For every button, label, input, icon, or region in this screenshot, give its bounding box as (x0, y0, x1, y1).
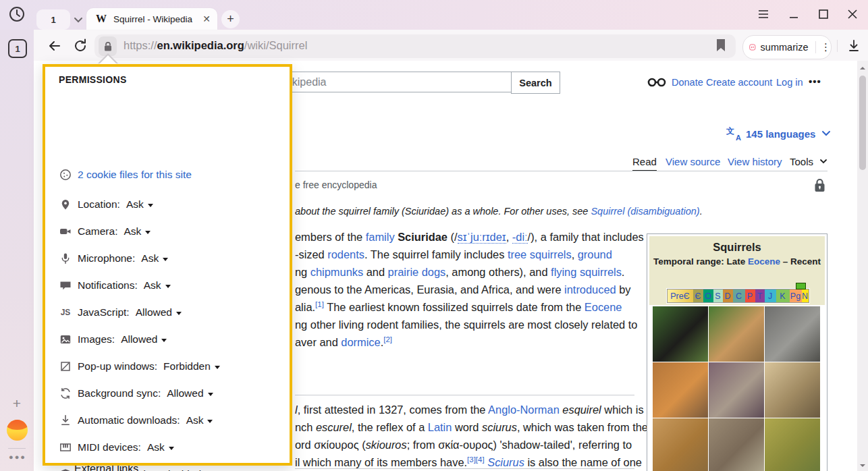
languages-label: 145 languages (746, 128, 815, 140)
history-clock-icon[interactable] (8, 5, 26, 23)
minimize-icon[interactable] (786, 7, 801, 22)
permission-value-dropdown[interactable]: Ask (186, 414, 213, 426)
tab-view-history[interactable]: View history (728, 156, 782, 167)
timescale-period-Є[interactable]: Є (693, 289, 703, 302)
wiki-link[interactable]: dormice (341, 336, 380, 348)
downloads-toolbar-icon[interactable] (846, 38, 861, 53)
text: esquirel (562, 404, 601, 416)
timescale-period-K[interactable]: K (776, 289, 790, 302)
summarize-menu-icon[interactable]: ⋮ (821, 44, 831, 51)
timescale-period-C[interactable]: C (733, 289, 745, 302)
timescale-period-T[interactable]: T (755, 289, 765, 302)
wiki-link[interactable]: Eocene (748, 256, 780, 267)
tab-list-chevron-icon[interactable] (72, 13, 85, 26)
timescale-period-S[interactable]: S (713, 289, 723, 302)
wiki-link[interactable]: introduced (564, 283, 616, 296)
wiki-more-menu-icon[interactable]: ••• (809, 76, 821, 87)
wiki-link[interactable]: flying squirrels (551, 266, 622, 278)
tab-view-source[interactable]: View source (666, 156, 720, 167)
close-window-icon[interactable] (845, 7, 860, 22)
permission-value-dropdown[interactable]: Disabled (161, 468, 211, 471)
url-text[interactable]: https://en.wikipedia.org/wiki/Squirrel (124, 39, 307, 52)
ipa-link[interactable]: -diː (512, 231, 528, 244)
sidebar-add-icon[interactable]: + (9, 395, 25, 412)
wiki-link[interactable]: Latin (428, 421, 452, 433)
wiki-link[interactable]: tree squirrels (508, 248, 572, 260)
permission-value-dropdown[interactable]: Allowed (121, 333, 167, 345)
cookie-files-link[interactable]: 2 cookie files for this site (78, 169, 192, 181)
text: , first attested in 1327, comes from the (298, 404, 488, 416)
scroll-down-icon[interactable] (860, 463, 865, 468)
permission-row: Automatic downloads:Ask (59, 412, 281, 428)
permission-value-dropdown[interactable]: Ask (147, 441, 174, 453)
donate-link[interactable]: Donate (672, 77, 703, 88)
maximize-icon[interactable] (816, 7, 831, 22)
text: ord σκίουρος ( (295, 439, 366, 451)
timescale-period-D[interactable]: D (723, 289, 733, 302)
wiki-link[interactable]: ground (578, 248, 612, 260)
permission-value-dropdown[interactable]: Forbidden (163, 360, 220, 372)
wiki-link[interactable]: chipmunks (310, 266, 363, 278)
squirrel-photo (709, 362, 764, 418)
reload-icon[interactable] (72, 37, 89, 55)
timescale-period-P[interactable]: P (745, 289, 755, 302)
ipa-link[interactable]: sɪˈjuːrɪdeɪ (458, 231, 506, 244)
tab-read[interactable]: Read (632, 156, 657, 171)
yandex-mail-icon[interactable] (7, 420, 28, 441)
permission-value-dropdown[interactable]: Allowed (167, 387, 213, 399)
tab-group-counter[interactable]: 1 (36, 9, 70, 30)
tab-close-icon[interactable]: ✕ (202, 13, 211, 24)
text: genous to the Americas, Eurasia, and Afr… (295, 283, 564, 296)
tab-tools[interactable]: Tools (790, 156, 828, 167)
text: . The squirrel family includes (364, 248, 508, 260)
reference-link[interactable]: [2] (383, 335, 392, 343)
summarize-button[interactable]: summarize ⋮ (742, 35, 832, 59)
permission-value-dropdown[interactable]: Ask (126, 198, 153, 211)
timescale-period-J[interactable]: J (765, 289, 776, 302)
login-link[interactable]: Log in (776, 77, 803, 88)
languages-button[interactable]: 文A 145 languages (726, 127, 832, 140)
scroll-up-icon[interactable] (860, 65, 865, 71)
wiki-link[interactable]: Anglo-Norman (488, 404, 560, 416)
wiki-link[interactable]: Eocene (585, 301, 622, 313)
wiki-search-button[interactable]: Search (511, 72, 560, 94)
wiki-link[interactable]: Sciurus (487, 456, 524, 468)
create-account-link[interactable]: Create account (706, 77, 772, 88)
images-icon (59, 333, 72, 346)
permission-label: Background sync: (78, 387, 161, 399)
geologic-timescale-bar[interactable]: PreЄЄOSDCPTJKPgN (667, 289, 809, 303)
appearance-glasses-icon[interactable] (647, 77, 666, 88)
permission-value-dropdown[interactable]: Ask (124, 225, 151, 238)
wiki-link[interactable]: rodents (327, 248, 364, 260)
wiki-link[interactable]: family (366, 231, 395, 243)
reference-link[interactable]: [1] (315, 300, 324, 308)
dropdown-caret-icon (161, 339, 167, 342)
wiki-link[interactable]: Squirrel (disambiguation) (591, 206, 699, 217)
text: , the reflex of a (352, 421, 428, 433)
browser-tab[interactable]: W Squirrel - Wikipedia ✕ (86, 8, 217, 30)
permission-value-dropdown[interactable]: Allowed (136, 306, 182, 318)
article-line: ng chipmunks and prairie dogs, among oth… (295, 263, 644, 281)
timescale-period-N[interactable]: N (802, 289, 809, 302)
bookmark-icon[interactable] (715, 38, 726, 53)
permission-value-dropdown[interactable]: Ask (144, 279, 171, 292)
reference-link[interactable]: [3][4] (467, 455, 485, 464)
timescale-period-O[interactable]: O (703, 289, 713, 302)
article-line: ord σκίουρος (skiouros; from σκία-ουρος)… (295, 436, 648, 453)
text: ng other living rodent families, the squ… (295, 318, 637, 331)
article-line: aver and dormice.[2] (295, 333, 644, 351)
hatnote: about the squirrel family (Sciuridae) as… (295, 206, 703, 217)
scrollbar-thumb[interactable] (859, 76, 866, 170)
permission-value-dropdown[interactable]: Ask (141, 252, 168, 265)
menu-icon[interactable] (756, 7, 771, 22)
new-tab-button[interactable]: + (221, 10, 240, 28)
sidebar-tab-counter[interactable]: 1 (8, 39, 27, 58)
timescale-period-Pg[interactable]: Pg (790, 289, 802, 302)
timescale-period-PreЄ[interactable]: PreЄ (668, 289, 693, 302)
text: nch (295, 421, 316, 433)
sidebar-more-icon[interactable]: ●●● (8, 453, 27, 461)
wiki-link[interactable]: prairie dogs (388, 266, 446, 278)
back-icon[interactable] (46, 37, 63, 55)
permission-row: Notifications:Ask (59, 277, 281, 294)
popup-pointer (99, 55, 117, 64)
